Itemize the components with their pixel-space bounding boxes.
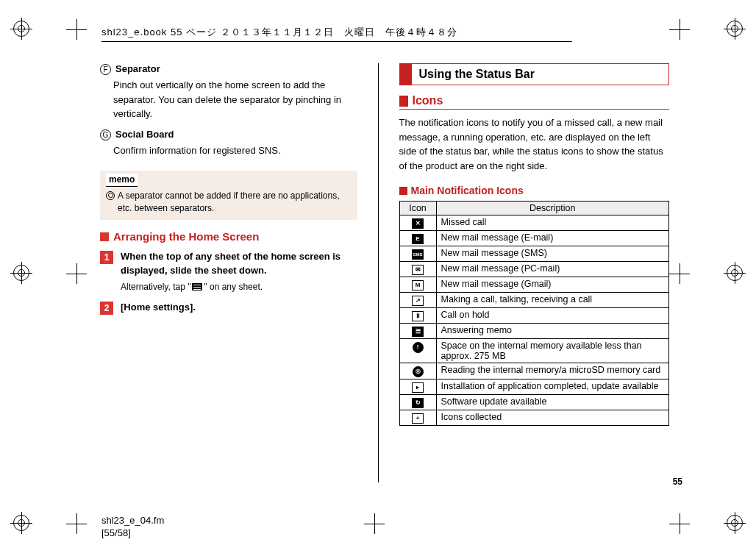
socialboard-title: Social Board	[115, 129, 174, 140]
gmail-icon: M	[412, 280, 424, 291]
main-notification-heading: Main Notification Icons	[399, 185, 670, 196]
menu-icon	[192, 283, 202, 291]
missed-call-icon: ✕	[412, 218, 424, 229]
separator-num: F	[100, 64, 111, 75]
sms-icon: SMS	[412, 249, 424, 260]
table-row: +Icons collected	[399, 410, 669, 426]
cross-tr	[671, 21, 688, 38]
call-hold-icon: ⏸	[412, 311, 424, 321]
cross-blc	[68, 515, 85, 532]
table-row: ▸Installation of application completed, …	[399, 379, 669, 395]
table-row: ✉New mail message (PC-mail)	[399, 262, 669, 277]
cell-desc: Making a call, talking, receiving a call	[436, 293, 669, 308]
reg-mark-mr	[727, 265, 743, 281]
cell-desc: Installation of application completed, u…	[436, 379, 669, 395]
cell-desc: New mail message (SMS)	[436, 246, 669, 262]
step-1-alt-post: " on any sheet.	[204, 282, 263, 292]
section-status-bar: Using the Status Bar	[399, 63, 670, 85]
memo-box: memo A separator cannot be added if ther…	[100, 171, 357, 220]
notification-icon-table: Icon Description ✕Missed call ENew mail …	[399, 201, 670, 426]
step-2-num: 2	[100, 302, 113, 315]
cell-desc: New mail message (E-mail)	[436, 231, 669, 246]
page-number: 55	[673, 477, 682, 487]
reading-memory-icon: ◎	[413, 366, 424, 377]
icons-heading-bar	[399, 96, 408, 107]
memo-bullet-icon	[106, 191, 115, 200]
red-square-icon	[100, 232, 109, 241]
cell-desc: Missed call	[436, 215, 669, 231]
column-divider	[378, 63, 379, 482]
cell-desc: New mail message (Gmail)	[436, 277, 669, 293]
table-row: ↗Making a call, talking, receiving a cal…	[399, 293, 669, 308]
section-tab	[400, 64, 412, 85]
cell-desc: Reading the internal memory/a microSD me…	[436, 363, 669, 379]
footer-filename: shl23_e_04.fm	[101, 515, 164, 527]
book-info-header: shl23_e.book 55 ページ ２０１３年１１月１２日 火曜日 午後４時…	[101, 26, 572, 42]
step-1-alt-pre: Alternatively, tap "	[121, 282, 190, 292]
cross-tl	[68, 21, 85, 38]
icons-paragraph: The notification icons to notify you of …	[399, 115, 670, 173]
email-icon: E	[412, 234, 424, 244]
cell-desc: Software update available	[436, 395, 669, 410]
table-row: !Space on the internal memory available …	[399, 339, 669, 363]
cell-desc: New mail message (PC-mail)	[436, 262, 669, 277]
table-row: SMSNew mail message (SMS)	[399, 246, 669, 262]
arranging-heading-text: Arranging the Home Screen	[113, 230, 259, 243]
reg-mark-ml	[13, 265, 29, 281]
software-update-icon: ↻	[412, 398, 424, 408]
footer-pagecount: [55/58]	[101, 527, 164, 540]
sub-sq-icon	[399, 187, 407, 195]
cross-ml	[68, 265, 85, 282]
install-complete-icon: ▸	[412, 382, 424, 393]
separator-title: Separator	[115, 63, 160, 75]
step-1-alt: Alternatively, tap "" on any sheet.	[121, 281, 357, 293]
step-1: 1 When the top of any sheet of the home …	[100, 250, 357, 293]
step-1-text: When the top of any sheet of the home sc…	[121, 251, 340, 276]
memo-text: A separator cannot be added if there are…	[118, 190, 352, 215]
section-title: Using the Status Bar	[412, 64, 542, 85]
icons-heading-text: Icons	[413, 94, 443, 107]
icons-heading: Icons	[399, 94, 670, 110]
step-1-num: 1	[100, 251, 113, 264]
left-column: F Separator Pinch out vertically on the …	[87, 63, 357, 482]
answering-memo-icon: ☰	[412, 327, 424, 337]
cross-mr	[671, 265, 688, 282]
cell-desc: Call on hold	[436, 308, 669, 324]
page-content: F Separator Pinch out vertically on the …	[87, 63, 669, 482]
table-row: MNew mail message (Gmail)	[399, 277, 669, 293]
icons-collected-icon: +	[412, 413, 424, 424]
table-row: ☰Answering memo	[399, 324, 669, 339]
th-desc: Description	[436, 202, 669, 215]
cell-desc: Icons collected	[436, 410, 669, 426]
footer-file-info: shl23_e_04.fm [55/58]	[101, 515, 164, 540]
table-row: ↻Software update available	[399, 395, 669, 410]
reg-mark-br	[727, 515, 743, 531]
main-notification-text: Main Notification Icons	[411, 185, 524, 196]
table-row: ⏸Call on hold	[399, 308, 669, 324]
right-column: Using the Status Bar Icons The notificat…	[399, 63, 670, 482]
socialboard-body: Confirm information for registered SNS.	[113, 143, 357, 158]
th-icon: Icon	[399, 202, 436, 215]
cell-desc: Answering memo	[436, 324, 669, 339]
arranging-heading: Arranging the Home Screen	[100, 230, 357, 243]
cross-bc	[365, 515, 383, 532]
table-row: ◎Reading the internal memory/a microSD m…	[399, 363, 669, 379]
pcmail-icon: ✉	[412, 265, 424, 275]
reg-mark-tr	[727, 21, 743, 37]
memo-label: memo	[106, 174, 138, 187]
step-2: 2 [Home settings].	[100, 301, 357, 315]
step-2-text: [Home settings].	[121, 302, 196, 313]
reg-mark-tl	[13, 21, 29, 37]
table-row: ENew mail message (E-mail)	[399, 231, 669, 246]
low-memory-icon: !	[413, 342, 424, 353]
call-icon: ↗	[412, 296, 424, 306]
cross-brc	[671, 515, 688, 532]
cell-desc: Space on the internal memory available l…	[436, 339, 669, 363]
table-row: ✕Missed call	[399, 215, 669, 231]
separator-body: Pinch out vertically on the home screen …	[113, 78, 357, 121]
reg-mark-bl	[13, 515, 29, 531]
socialboard-num: G	[100, 129, 111, 140]
